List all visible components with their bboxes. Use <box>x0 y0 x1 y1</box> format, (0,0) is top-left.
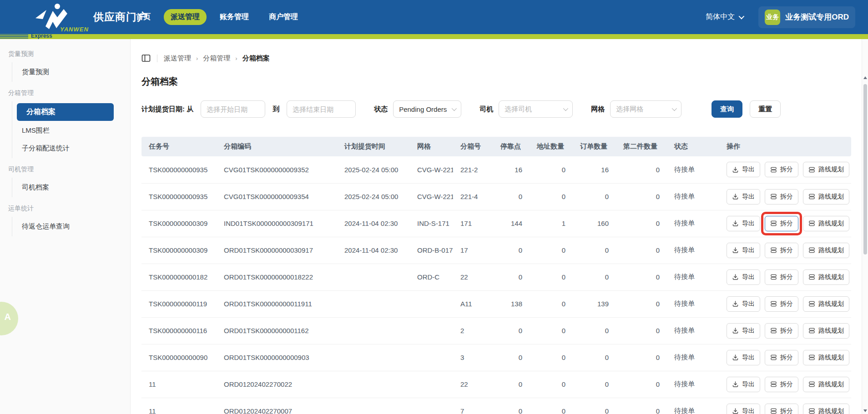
cell-grid <box>410 317 453 344</box>
route-plan-button[interactable]: 路线规划 <box>803 189 849 205</box>
split-icon <box>770 166 777 173</box>
cell-orders: 0 <box>573 344 616 371</box>
cell-task: 11 <box>141 371 217 398</box>
route-plan-button[interactable]: 路线规划 <box>803 377 849 392</box>
grid-select[interactable]: 选择网格 <box>610 100 681 118</box>
breadcrumb-separator: › <box>196 55 198 62</box>
cell-stops: 0 <box>493 317 530 344</box>
cell-grid: IND-S-171 <box>410 210 453 237</box>
route-plan-button[interactable]: 路线规划 <box>803 269 849 285</box>
scroll-up-arrow-icon[interactable] <box>863 76 867 79</box>
nav-item-3[interactable]: 商户管理 <box>262 9 305 25</box>
sidebar-collapse-icon[interactable] <box>141 54 151 62</box>
language-selector[interactable]: 简体中文 <box>706 12 743 22</box>
cell-task: 11 <box>141 398 217 414</box>
sidebar-item[interactable]: 分箱档案 <box>17 103 114 121</box>
route-plan-icon <box>808 354 815 361</box>
scrollbar-thumb[interactable] <box>863 84 867 254</box>
cell-actions: 导出拆分路线规划 <box>719 210 851 237</box>
nav-item-1[interactable]: 派送管理 <box>164 9 207 25</box>
split-button[interactable]: 拆分 <box>765 162 798 177</box>
cell-second: 0 <box>616 371 667 398</box>
driver-select-placeholder: 选择司机 <box>505 105 532 114</box>
split-button[interactable]: 拆分 <box>765 269 798 285</box>
split-button[interactable]: 拆分 <box>765 296 798 312</box>
split-button[interactable]: 拆分 <box>765 377 798 392</box>
cell-actions: 导出拆分路线规划 <box>719 264 851 290</box>
table-row: TSK000000000309IND01TSK00000000030917120… <box>141 210 851 237</box>
user-menu[interactable]: 业务 业务测试专用ORD <box>758 6 855 28</box>
breadcrumb-item[interactable]: 派送管理 <box>164 54 191 62</box>
export-button[interactable]: 导出 <box>727 216 760 231</box>
route-plan-button[interactable]: 路线规划 <box>803 350 849 365</box>
route-plan-button-label: 路线规划 <box>818 273 844 281</box>
cell-task: TSK000000000935 <box>141 156 217 183</box>
page-scrollbar[interactable] <box>862 39 868 414</box>
download-icon <box>732 381 739 388</box>
export-button-label: 导出 <box>742 165 755 174</box>
route-plan-button[interactable]: 路线规划 <box>803 243 849 258</box>
export-button[interactable]: 导出 <box>727 404 760 414</box>
breadcrumb: 派送管理›分箱管理›分箱档案 <box>141 53 868 64</box>
route-plan-button[interactable]: 路线规划 <box>803 296 849 312</box>
cell-pickup <box>337 264 410 290</box>
nav-item-2[interactable]: 账务管理 <box>213 9 256 25</box>
export-button[interactable]: 导出 <box>727 189 760 205</box>
chevron-down-icon <box>739 14 745 20</box>
cell-second: 0 <box>616 398 667 414</box>
export-button[interactable]: 导出 <box>727 377 760 392</box>
column-header: 分箱号 <box>453 137 493 156</box>
export-button-label: 导出 <box>742 327 755 335</box>
cell-second: 0 <box>616 290 667 317</box>
end-date-input[interactable] <box>287 100 356 118</box>
download-icon <box>732 247 739 254</box>
cell-pickup <box>337 344 410 371</box>
split-button[interactable]: 拆分 <box>765 189 798 205</box>
table-row: TSK000000000119ORD01TSK00000000011911A11… <box>141 290 851 317</box>
reset-button[interactable]: 重置 <box>750 100 781 118</box>
route-plan-button[interactable]: 路线规划 <box>803 404 849 414</box>
cell-code: CVG01TSK0000000009354 <box>217 183 337 210</box>
export-button[interactable]: 导出 <box>727 296 760 312</box>
cell-addresses: 0 <box>530 371 573 398</box>
cell-pickup: 2024-11-04 02:30 <box>337 210 410 237</box>
route-plan-button[interactable]: 路线规划 <box>803 216 849 231</box>
cell-second: 0 <box>616 156 667 183</box>
cell-second: 0 <box>616 264 667 290</box>
table-row: TSK000000000309ORD01TSK00000000030917202… <box>141 237 851 264</box>
route-plan-icon <box>808 220 815 227</box>
sidebar-item[interactable]: 待返仓运单查询 <box>12 218 130 235</box>
route-plan-button[interactable]: 路线规划 <box>803 323 849 339</box>
split-icon <box>770 247 777 254</box>
language-label: 简体中文 <box>706 12 735 22</box>
cell-pickup <box>337 371 410 398</box>
cell-code: ORD01202402270022 <box>217 371 337 398</box>
route-plan-button[interactable]: 路线规划 <box>803 162 849 177</box>
split-icon <box>770 193 777 200</box>
split-button[interactable]: 拆分 <box>765 350 798 365</box>
export-button[interactable]: 导出 <box>727 162 760 177</box>
scroll-down-arrow-icon[interactable] <box>863 409 867 412</box>
start-date-input[interactable] <box>201 100 265 118</box>
split-button[interactable]: 拆分 <box>765 216 798 231</box>
driver-select[interactable]: 选择司机 <box>499 100 573 118</box>
export-button[interactable]: 导出 <box>727 350 760 365</box>
export-button[interactable]: 导出 <box>727 323 760 339</box>
split-button[interactable]: 拆分 <box>765 243 798 258</box>
cell-addresses: 0 <box>530 156 573 183</box>
breadcrumb-item[interactable]: 分箱管理 <box>203 54 230 62</box>
export-button[interactable]: 导出 <box>727 269 760 285</box>
sidebar-item[interactable]: LMS围栏 <box>12 122 130 140</box>
sidebar-item[interactable]: 货量预测 <box>12 63 130 81</box>
export-button[interactable]: 导出 <box>727 243 760 258</box>
search-button[interactable]: 查询 <box>712 100 742 118</box>
split-icon <box>770 220 777 227</box>
cell-code: ORD01TSK0000000001162 <box>217 317 337 344</box>
column-header: 网格 <box>410 137 453 156</box>
sidebar-item[interactable]: 子分箱配送统计 <box>12 140 130 157</box>
sidebar-item[interactable]: 司机档案 <box>12 179 130 196</box>
split-button[interactable]: 拆分 <box>765 404 798 414</box>
cell-box: 171 <box>453 210 493 237</box>
status-select[interactable]: Pending Orders <box>393 100 461 118</box>
split-button[interactable]: 拆分 <box>765 323 798 339</box>
